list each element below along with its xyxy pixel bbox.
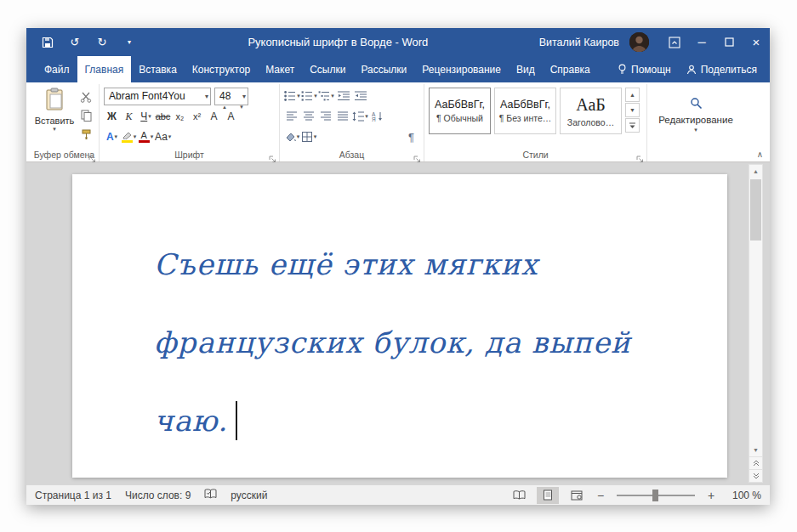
strikethrough-button[interactable]: abc [155,108,171,126]
multilevel-list-button[interactable]: ▾ [318,88,334,105]
subscript-button[interactable]: x₂ [172,108,188,126]
tab-insert[interactable]: Вставка [131,56,185,82]
paste-label: Вставить [35,116,75,126]
document-line: Съешь ещё этих мягких [154,225,631,303]
quick-access-toolbar: ↺ ↻ ▾ [40,35,137,50]
proofing-icon[interactable] [204,489,217,501]
editing-button[interactable]: Редактирование ▾ [652,86,740,147]
font-group-label: Шрифт [100,150,279,160]
tab-layout[interactable]: Макет [258,56,302,82]
vertical-scrollbar[interactable]: ▲ ▼ [749,164,763,483]
grow-font-button[interactable]: А▲ [206,108,222,126]
web-layout-icon[interactable] [566,487,588,504]
format-painter-icon[interactable] [77,127,94,142]
change-case-button[interactable]: Аа▾ [155,128,171,146]
tab-review[interactable]: Рецензирование [414,56,509,82]
italic-button[interactable]: К [121,108,137,126]
tab-help[interactable]: Справка [543,56,598,82]
clipboard-dialog-launcher-icon[interactable] [88,151,97,160]
style-heading-preview: АаБ [576,95,606,115]
copy-icon[interactable] [77,108,94,123]
page-indicator[interactable]: Страница 1 из 1 [35,490,111,501]
redo-icon[interactable]: ↻ [94,35,110,50]
paragraph-dialog-launcher-icon[interactable] [413,151,422,160]
print-layout-icon[interactable] [537,487,559,504]
font-dialog-launcher-icon[interactable] [269,151,277,160]
title-bar: ↺ ↻ ▾ Рукописный шрифт в Ворде - Word Ви… [26,28,770,56]
cut-icon[interactable] [77,89,94,105]
font-color-button[interactable]: А ▾ [138,128,154,146]
shading-button[interactable]: ▾ [284,128,300,146]
language-indicator[interactable]: русский [231,490,267,501]
read-mode-icon[interactable] [508,487,530,504]
show-paragraph-marks-button[interactable]: ¶ [403,128,419,146]
tab-home[interactable]: Главная [77,56,132,82]
tab-design[interactable]: Конструктор [185,56,258,82]
superscript-button[interactable]: x² [189,108,205,126]
tab-view[interactable]: Вид [509,56,543,82]
numbering-dropdown-icon: ▾ [314,93,317,99]
styles-scroll-down-icon[interactable]: ▼ [625,103,640,117]
font-size-combo[interactable]: 48 ▾ [214,88,248,105]
qat-customize-icon[interactable]: ▾ [122,35,137,50]
tab-mailings[interactable]: Рассылки [353,56,414,82]
bullets-button[interactable]: ▾ [284,88,300,105]
zoom-slider-thumb[interactable] [652,490,658,501]
underline-button[interactable]: Ч▾ [138,108,154,126]
share-button[interactable]: Поделиться [679,56,765,82]
paste-button[interactable]: Вставить ▾ [34,86,75,142]
maximize-button[interactable] [715,28,743,56]
text-effects-button[interactable]: А▾ [104,128,120,146]
line-spacing-dropdown-icon: ▾ [365,113,368,120]
zoom-in-button[interactable]: + [705,489,717,502]
shrink-font-button[interactable]: А▼ [223,108,239,126]
zoom-level[interactable]: 100 % [724,490,761,501]
styles-dialog-launcher-icon[interactable] [636,151,645,160]
font-group: Abram Font4You ▾ 48 ▾ Ж К Ч▾ abc x₂ x² А… [100,84,280,161]
styles-scroll-up-icon[interactable]: ▲ [625,88,640,102]
style-normal[interactable]: АаБбВвГг, ¶ Обычный [429,88,491,134]
tab-file[interactable]: Файл [37,56,77,82]
increase-indent-button[interactable] [352,88,368,105]
save-icon[interactable] [40,35,55,50]
ribbon-tab-bar: Файл Главная Вставка Конструктор Макет С… [26,56,770,82]
undo-icon[interactable]: ↺ [67,35,83,50]
line-spacing-button[interactable]: ▾ [352,108,368,126]
borders-button[interactable]: ▾ [301,128,317,146]
sort-icon[interactable]: АЯ [369,108,385,126]
styles-more-icon[interactable] [625,118,640,133]
align-left-button[interactable] [284,108,300,126]
scroll-up-icon[interactable]: ▲ [749,165,762,178]
close-button[interactable]: × [743,28,770,56]
numbering-button[interactable]: ▾ [301,88,317,105]
user-name[interactable]: Виталий Каиров [539,37,619,48]
style-heading[interactable]: АаБ Заголово… [560,88,622,134]
document-area: Съешь ещё этих мягких французских булок,… [26,162,770,484]
style-no-spacing[interactable]: АаБбВвГг, ¶ Без инте… [494,88,556,134]
ribbon-display-options-icon[interactable] [661,28,688,56]
highlight-button[interactable]: ▾ [121,128,137,146]
previous-page-icon[interactable] [749,456,762,469]
clipboard-group: Вставить ▾ Буфер обмена [30,84,100,161]
bold-button[interactable]: Ж [104,108,120,126]
zoom-out-button[interactable]: − [595,489,606,502]
collapse-ribbon-icon[interactable]: ∧ [757,150,763,159]
next-page-icon[interactable] [749,469,762,482]
style-heading-label: Заголово… [567,117,614,127]
tab-tell-me[interactable]: Помощн [610,56,679,82]
word-count[interactable]: Число слов: 9 [125,490,191,501]
align-right-button[interactable] [318,108,334,126]
grow-font-label: А [210,110,217,122]
tab-references[interactable]: Ссылки [302,56,353,82]
align-center-button[interactable] [301,108,317,126]
scroll-down-icon[interactable]: ▼ [749,444,762,456]
font-name-combo[interactable]: Abram Font4You ▾ [104,88,211,105]
paragraph-group: ▾ ▾ ▾ [280,84,424,161]
document-page[interactable]: Съешь ещё этих мягких французских булок,… [72,174,727,478]
justify-button[interactable] [335,108,351,126]
scrollbar-thumb[interactable] [750,179,761,241]
zoom-slider[interactable] [617,495,695,496]
decrease-indent-button[interactable] [335,88,351,105]
avatar[interactable] [629,32,649,52]
minimize-button[interactable]: ─ [688,28,715,56]
